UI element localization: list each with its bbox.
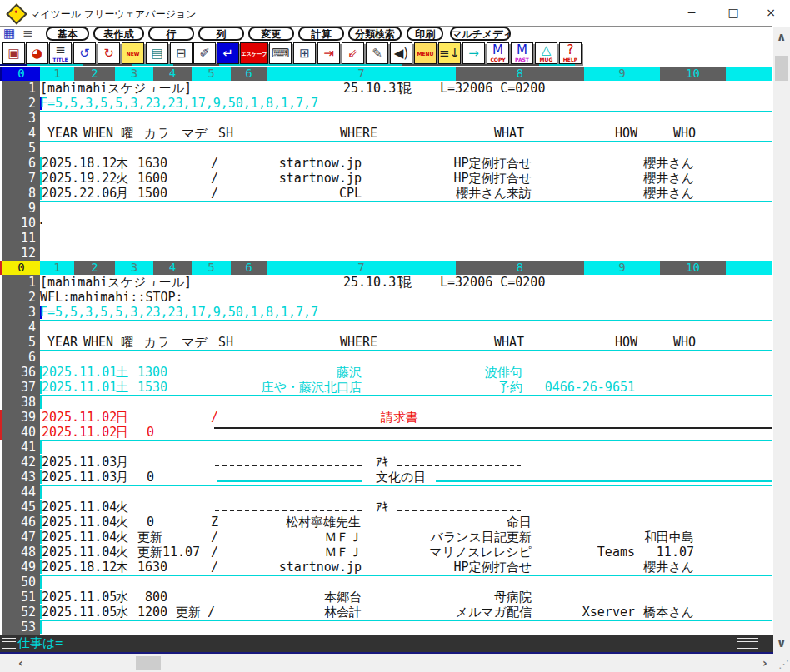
row-number[interactable]: 3 xyxy=(2,305,40,320)
column-header-5[interactable]: 5 xyxy=(192,67,231,81)
row-number[interactable]: 12 xyxy=(2,246,40,261)
column-header-3[interactable]: 3 xyxy=(115,261,153,275)
new-doc-icon[interactable]: NEW xyxy=(122,42,144,64)
menu-item-8[interactable]: 印刷 xyxy=(407,27,443,41)
escape-button[interactable]: エスケープ xyxy=(240,42,268,64)
row-number[interactable]: 10 xyxy=(2,216,40,231)
row-number[interactable]: 43 xyxy=(2,470,40,485)
menu-item-4[interactable]: 列 xyxy=(198,27,244,41)
row-number[interactable]: 49 xyxy=(2,560,40,575)
column-header-5[interactable]: 5 xyxy=(192,261,231,275)
column-header-6[interactable]: 6 xyxy=(231,261,267,275)
row-number[interactable]: 5 xyxy=(2,335,40,350)
menu-item-9[interactable]: マルチメディア xyxy=(450,27,511,41)
row-number[interactable]: 38 xyxy=(2,395,40,410)
close-button[interactable]: × xyxy=(759,2,782,22)
row-number[interactable]: 3 xyxy=(2,111,40,126)
row-number[interactable]: 9 xyxy=(2,201,40,216)
column-header-9[interactable]: 9 xyxy=(584,261,660,275)
minimize-button[interactable]: ─ xyxy=(680,2,703,22)
row-number[interactable]: 44 xyxy=(2,485,40,500)
overlap-windows-icon[interactable]: ▣ xyxy=(2,42,25,64)
print-edit-icon[interactable]: ✐ xyxy=(193,42,216,64)
next-arrow-icon[interactable]: → xyxy=(462,42,485,64)
row-number[interactable]: 6 xyxy=(2,350,40,365)
row-number[interactable]: 36 xyxy=(2,365,40,380)
m-copy-icon[interactable]: MCOPY xyxy=(487,42,509,64)
menu-item-7[interactable]: 分類検索 xyxy=(348,27,402,41)
horizontal-scroll-thumb[interactable] xyxy=(136,656,161,670)
column-header-7[interactable]: 7 xyxy=(267,261,456,275)
row-number[interactable]: 45 xyxy=(2,500,40,515)
row-number[interactable]: 2 xyxy=(2,96,40,111)
row-number[interactable]: 46 xyxy=(2,515,40,530)
column-header-end[interactable] xyxy=(726,261,772,275)
column-header-4[interactable]: 4 xyxy=(153,261,192,275)
row-number[interactable]: 6 xyxy=(2,156,40,171)
menu-item-5[interactable]: 変更 xyxy=(248,27,294,41)
column-header-3[interactable]: 3 xyxy=(115,67,153,81)
save-disk-icon[interactable]: ↻ xyxy=(98,42,120,64)
status-grip-right-icon[interactable] xyxy=(737,638,758,650)
help-icon[interactable]: ?HELP xyxy=(559,42,582,64)
scroll-down-icon[interactable]: ∨ xyxy=(777,637,786,649)
move-in-icon[interactable]: ⇥ xyxy=(318,42,340,64)
row-number[interactable]: 4 xyxy=(2,320,40,335)
column-header-8[interactable]: 8 xyxy=(456,261,584,275)
row-number[interactable]: 48 xyxy=(2,545,40,560)
load-disk-icon[interactable]: ↺ xyxy=(73,42,96,64)
row-number[interactable]: 40 xyxy=(2,425,40,440)
column-header-6[interactable]: 6 xyxy=(231,67,267,81)
tile-window-icon[interactable]: ⊞ xyxy=(293,42,316,64)
mug-icon[interactable]: △MUG xyxy=(535,42,558,64)
row-number[interactable]: 39 xyxy=(2,410,40,425)
enter-icon[interactable]: ↵ xyxy=(217,42,239,64)
row-number[interactable]: 8 xyxy=(2,186,40,201)
menu-item-2[interactable]: 表作成 xyxy=(93,27,144,41)
row-number[interactable]: 7 xyxy=(2,171,40,186)
paste-new-icon[interactable]: ⇙ xyxy=(342,42,364,64)
pie-chart-icon[interactable]: ◕ xyxy=(26,42,48,64)
scroll-left-icon[interactable]: ‹ xyxy=(18,657,23,669)
row-number[interactable]: 50 xyxy=(2,575,40,590)
row-number[interactable]: 47 xyxy=(2,530,40,545)
menu-item-1[interactable]: 基本 xyxy=(46,27,89,41)
column-header-1[interactable]: 1 xyxy=(40,261,74,275)
document-icon[interactable]: ▤ xyxy=(146,42,168,64)
title-list-icon[interactable]: ≡TITLE xyxy=(49,42,72,64)
row-number[interactable]: 4 xyxy=(2,126,40,141)
column-header-10[interactable]: 10 xyxy=(660,67,726,81)
row-number[interactable]: 42 xyxy=(2,455,40,470)
sort-list-icon[interactable]: ≡↓ xyxy=(438,42,461,64)
row-number[interactable]: 2 xyxy=(2,290,40,305)
row-number[interactable]: 5 xyxy=(2,141,40,156)
row-number[interactable]: 1 xyxy=(2,275,40,290)
row-number[interactable]: 53 xyxy=(2,620,40,635)
row-number[interactable]: 51 xyxy=(2,590,40,605)
horizontal-scrollbar[interactable]: ‹ › ⋰ xyxy=(0,654,790,672)
menu-item-6[interactable]: 計算 xyxy=(298,27,344,41)
scroll-right-icon[interactable]: › xyxy=(762,657,768,669)
column-header-10[interactable]: 10 xyxy=(660,261,726,275)
vertical-scroll-thumb[interactable] xyxy=(775,56,788,81)
column-header-8[interactable]: 8 xyxy=(456,67,584,81)
menu-book-icon[interactable]: MENU xyxy=(414,42,437,64)
column-header-1[interactable]: 1 xyxy=(40,67,74,81)
header-corner-cell[interactable]: 0 xyxy=(2,67,40,81)
column-header-9[interactable]: 9 xyxy=(584,67,660,81)
scroll-up-icon[interactable]: ∧ xyxy=(777,31,786,42)
menu-item-3[interactable]: 行 xyxy=(148,27,194,41)
column-header-7[interactable]: 7 xyxy=(267,67,456,81)
row-number[interactable]: 37 xyxy=(2,380,40,395)
print-icon[interactable]: ⊟ xyxy=(170,42,192,64)
speaker-icon[interactable]: ◀) xyxy=(390,42,412,64)
row-number[interactable]: 41 xyxy=(2,440,40,455)
column-header-4[interactable]: 4 xyxy=(153,67,192,81)
row-number[interactable]: 11 xyxy=(2,231,40,246)
maximize-button[interactable]: □ xyxy=(722,2,745,22)
resize-grip-icon[interactable]: ⋰ xyxy=(778,658,789,670)
m-paste-icon[interactable]: MPAST xyxy=(511,42,533,64)
header-corner-cell[interactable]: 0 xyxy=(2,261,40,275)
rows-icon[interactable]: ≡ xyxy=(22,27,33,41)
row-number[interactable]: 52 xyxy=(2,605,40,620)
